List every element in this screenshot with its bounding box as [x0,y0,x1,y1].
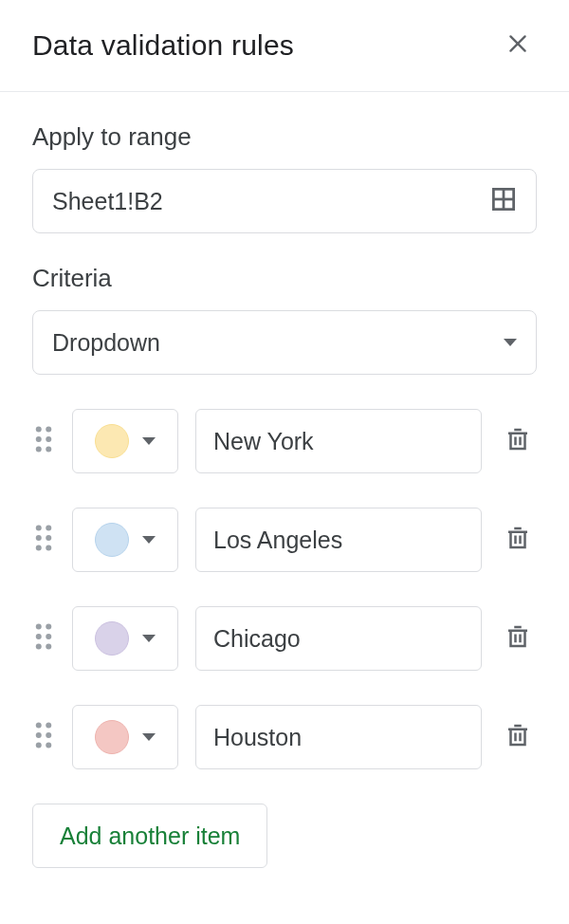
color-picker-button[interactable] [72,705,178,769]
criteria-item-input[interactable] [195,705,482,769]
drag-handle[interactable] [32,524,55,556]
drag-handle[interactable] [32,721,55,753]
chevron-down-icon [142,437,156,445]
apply-to-range-field[interactable] [32,169,537,233]
svg-point-25 [36,644,42,650]
svg-point-22 [46,624,51,630]
svg-point-21 [36,624,42,630]
trash-icon [504,721,532,753]
delete-item-button[interactable] [499,718,537,756]
chevron-down-icon [142,635,156,642]
drag-handle-icon [34,721,53,753]
add-another-item-label: Add another item [60,822,240,850]
close-icon [505,31,530,60]
criteria-item-input[interactable] [195,508,482,572]
criteria-selected-value: Dropdown [52,329,160,357]
panel-header: Data validation rules [0,0,569,92]
criteria-item-row [32,508,537,572]
svg-point-7 [36,436,42,442]
chevron-down-icon [142,733,156,741]
panel-title: Data validation rules [32,29,294,62]
criteria-item-input[interactable] [195,606,482,671]
trash-icon [504,425,532,457]
svg-point-13 [36,526,42,531]
svg-point-8 [46,436,51,442]
svg-point-29 [36,723,42,729]
select-range-button[interactable] [488,186,519,216]
color-swatch [95,720,129,754]
drag-handle-icon [34,524,53,556]
data-validation-panel: Data validation rules Apply to range Cri… [0,0,569,868]
criteria-item-row [32,705,537,769]
svg-point-32 [46,732,51,738]
criteria-item-row [32,409,537,473]
grid-icon [489,185,518,217]
color-picker-button[interactable] [72,409,178,473]
criteria-item-row [32,606,537,671]
svg-point-5 [36,427,42,433]
svg-point-30 [46,723,51,729]
svg-point-15 [36,535,42,541]
svg-point-26 [46,644,51,650]
trash-icon [504,622,532,655]
drag-handle[interactable] [32,622,55,655]
svg-point-18 [46,545,51,551]
chevron-down-icon [142,536,156,544]
criteria-label: Criteria [32,264,537,293]
svg-point-34 [46,743,51,748]
color-swatch [95,424,129,458]
color-swatch [95,621,129,656]
criteria-items-list [32,409,537,769]
criteria-dropdown[interactable]: Dropdown [32,310,537,375]
delete-item-button[interactable] [499,521,537,559]
svg-point-23 [36,634,42,639]
close-button[interactable] [499,27,537,65]
svg-point-14 [46,526,51,531]
svg-point-31 [36,732,42,738]
svg-point-9 [36,447,42,453]
apply-to-range-label: Apply to range [32,122,537,152]
apply-to-range-section: Apply to range [0,122,569,233]
svg-point-33 [36,743,42,748]
svg-point-24 [46,634,51,639]
delete-item-button[interactable] [499,619,537,657]
svg-point-6 [46,427,51,433]
svg-point-17 [36,545,42,551]
drag-handle[interactable] [32,425,55,457]
drag-handle-icon [34,622,53,655]
color-picker-button[interactable] [72,606,178,671]
chevron-down-icon [504,339,517,346]
color-picker-button[interactable] [72,508,178,572]
drag-handle-icon [34,425,53,457]
delete-item-button[interactable] [499,422,537,460]
criteria-section: Criteria Dropdown Add another item [0,264,569,868]
svg-point-10 [46,447,51,453]
criteria-item-input[interactable] [195,409,482,473]
svg-point-16 [46,535,51,541]
apply-to-range-input[interactable] [50,187,481,216]
add-another-item-button[interactable]: Add another item [32,804,267,868]
color-swatch [95,523,129,557]
trash-icon [504,524,532,556]
